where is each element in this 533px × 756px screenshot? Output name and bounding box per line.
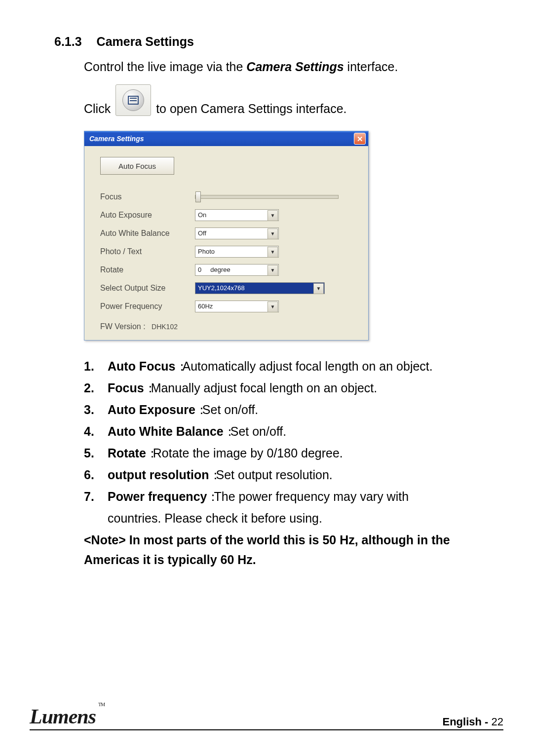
auto-white-balance-label: Auto White Balance [100,229,195,238]
note-text: <Note> In most parts of the world this i… [84,530,503,569]
dialog-title: Camera Settings [89,135,144,143]
list-item: 1.Auto Focus：Automatically adjust focal … [84,356,503,376]
list-item: 6.output resolution：Set output resolutio… [84,465,503,485]
output-size-dropdown[interactable]: YUY2,1024x768 ▼ [195,282,325,294]
auto-focus-button[interactable]: Auto Focus [100,157,174,175]
section-title: Camera Settings [97,35,194,48]
click-instruction: Click to open Camera Settings interface. [84,84,503,116]
click-post: to open Camera Settings interface. [156,102,346,116]
auto-white-balance-dropdown[interactable]: Off ▼ [195,227,279,239]
chevron-down-icon: ▼ [267,265,278,276]
list-item: 7.Power frequency：The power frequency ma… [84,487,503,506]
chevron-down-icon: ▼ [267,210,278,221]
focus-label: Focus [100,192,195,201]
power-frequency-label: Power Frequency [100,302,195,311]
list-item: 4.Auto White Balance：Set on/off. [84,421,503,441]
page-footer: LumensTM English - 22 [30,705,503,730]
output-size-label: Select Output Size [100,284,195,293]
feature-list: 1.Auto Focus：Automatically adjust focal … [84,356,503,528]
auto-exposure-label: Auto Exposure [100,211,195,220]
rotate-dropdown[interactable]: 0 degree ▼ [195,264,279,276]
list-item: 5.Rotate：Rotate the image by 0/180 degre… [84,443,503,463]
camera-settings-icon [115,84,151,116]
list-item: 3.Auto Exposure：Set on/off. [84,400,503,419]
rotate-label: Rotate [100,265,195,274]
page-number: English - 22 [443,716,504,728]
chevron-down-icon: ▼ [267,302,278,312]
list-item: 2.Focus：Manually adjust focal length on … [84,378,503,398]
power-frequency-dropdown[interactable]: 60Hz ▼ [195,301,279,312]
section-number: 6.1.3 [54,35,82,48]
auto-exposure-dropdown[interactable]: On ▼ [195,209,279,221]
intro-text: Control the live image via the Camera Se… [84,57,503,76]
chevron-down-icon: ▼ [267,228,278,239]
photo-text-label: Photo / Text [100,247,195,256]
section-heading: 6.1.3Camera Settings [54,35,503,49]
fw-version: FW Version : DHK102 [100,322,355,331]
dialog-titlebar: Camera Settings ✕ [84,131,368,146]
logo: LumensTM [30,705,102,728]
close-icon[interactable]: ✕ [354,133,366,145]
click-pre: Click [84,102,111,116]
chevron-down-icon: ▼ [267,247,278,258]
focus-slider[interactable] [195,195,339,199]
photo-text-dropdown[interactable]: Photo ▼ [195,246,279,258]
chevron-down-icon: ▼ [313,283,324,294]
camera-settings-dialog: Camera Settings ✕ Auto Focus Focus Auto … [84,131,369,340]
